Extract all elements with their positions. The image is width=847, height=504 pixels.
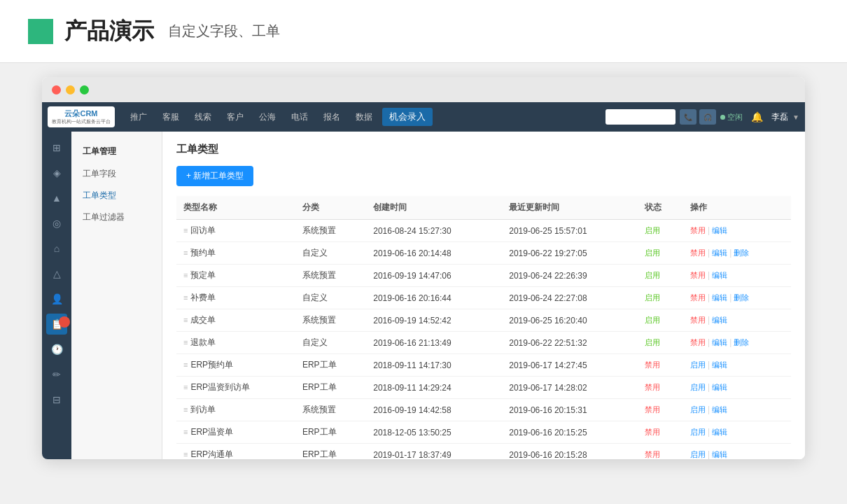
cell-actions: 禁用|编辑 [683, 309, 791, 332]
action-启用[interactable]: 启用 [690, 360, 706, 369]
action-编辑[interactable]: 编辑 [712, 293, 727, 302]
nav-item-dianhua[interactable]: 电话 [286, 108, 314, 126]
action-编辑[interactable]: 编辑 [712, 383, 727, 391]
sidebar-building-icon[interactable]: ⌂ [46, 238, 67, 259]
cell-created: 2016-08-24 15:27:30 [366, 220, 502, 242]
bell-icon[interactable]: 🔔 [751, 111, 763, 122]
close-dot[interactable] [52, 85, 61, 94]
action-启用[interactable]: 启用 [690, 450, 706, 458]
row-name: 退款单 [190, 337, 216, 347]
action-禁用[interactable]: 禁用 [690, 271, 706, 279]
action-编辑[interactable]: 编辑 [712, 360, 727, 369]
table-row: ≡成交单系统预置2016-09-19 14:52:422019-06-25 16… [176, 309, 791, 332]
nav-item-kehu[interactable]: 客户 [221, 108, 249, 126]
action-编辑[interactable]: 编辑 [712, 226, 727, 234]
drag-icon: ≡ [183, 248, 188, 257]
action-编辑[interactable]: 编辑 [712, 405, 727, 414]
action-删除[interactable]: 删除 [734, 338, 749, 346]
drag-icon: ≡ [183, 271, 188, 279]
left-menu-section-title: 工单管理 [71, 140, 162, 163]
action-编辑[interactable]: 编辑 [712, 450, 727, 458]
cell-actions: 禁用|编辑|删除 [683, 242, 791, 265]
action-启用[interactable]: 启用 [690, 383, 706, 391]
nav-phone-icon[interactable]: 📞 [680, 109, 696, 125]
action-禁用[interactable]: 禁用 [690, 338, 706, 346]
cell-created: 2018-09-11 14:17:30 [366, 354, 502, 377]
maximize-dot[interactable] [80, 85, 89, 94]
nav-search-input[interactable] [606, 109, 676, 125]
table-row: ≡到访单系统预置2016-09-19 14:42:582019-06-16 20… [176, 399, 791, 421]
action-禁用[interactable]: 禁用 [690, 226, 706, 234]
cell-created: 2018-09-11 14:29:24 [366, 377, 502, 399]
action-编辑[interactable]: 编辑 [712, 428, 727, 436]
cell-name: ≡ERP预约单 [176, 354, 295, 377]
cell-status: 禁用 [638, 377, 683, 399]
sidebar-tag-icon[interactable]: ✏ [46, 364, 67, 385]
table-row: ≡ERP沟通单ERP工单2019-01-17 18:37:492019-06-1… [176, 444, 791, 460]
action-separator: | [708, 270, 710, 280]
left-menu-item-workorder-field[interactable]: 工单字段 [71, 163, 162, 185]
cell-actions: 启用|编辑 [683, 377, 791, 399]
add-type-button[interactable]: + 新增工单类型 [176, 166, 253, 186]
col-header-actions: 操作 [683, 196, 791, 220]
cell-name: ≡ERP温资到访单 [176, 377, 295, 399]
left-menu-item-workorder-type[interactable]: 工单类型 [71, 185, 162, 206]
drag-icon: ≡ [183, 428, 188, 436]
cell-name: ≡预定单 [176, 265, 295, 287]
table-row: ≡ERP预约单ERP工单2018-09-11 14:17:302019-06-1… [176, 354, 791, 377]
sidebar-folder-icon[interactable]: ⊟ [46, 389, 67, 410]
sidebar-alert-icon[interactable]: △ [46, 263, 67, 284]
cell-created: 2019-06-16 21:13:49 [366, 332, 502, 354]
sidebar-shield-icon[interactable]: ◈ [46, 162, 67, 183]
action-编辑[interactable]: 编辑 [712, 248, 727, 257]
chevron-down-icon[interactable]: ▼ [792, 113, 799, 121]
action-编辑[interactable]: 编辑 [712, 338, 727, 346]
nav-item-shuju[interactable]: 数据 [350, 108, 378, 126]
nav-item-gonghai[interactable]: 公海 [253, 108, 281, 126]
drag-icon: ≡ [183, 226, 188, 234]
status-dot [720, 115, 725, 120]
action-删除[interactable]: 删除 [734, 293, 749, 302]
cell-actions: 启用|编辑 [683, 399, 791, 421]
action-编辑[interactable]: 编辑 [712, 271, 727, 279]
nav-headset-icon[interactable]: 🎧 [699, 109, 716, 125]
action-禁用[interactable]: 禁用 [690, 293, 706, 302]
nav-item-kefu[interactable]: 客服 [157, 108, 185, 126]
status-badge: 禁用 [645, 450, 660, 458]
crm-body: ⊞ ◈ ▲ ◎ ⌂ △ 👤 📋 🕐 ✏ ⊟ [42, 132, 805, 459]
cell-name: ≡成交单 [176, 309, 295, 332]
action-启用[interactable]: 启用 [690, 405, 706, 414]
action-禁用[interactable]: 禁用 [690, 316, 706, 324]
sidebar-location-icon[interactable]: ◎ [46, 213, 67, 234]
nav-user[interactable]: 李磊 [771, 111, 788, 123]
action-禁用[interactable]: 禁用 [690, 248, 706, 257]
minimize-dot[interactable] [66, 85, 75, 94]
banner-logo-box [28, 19, 53, 44]
cell-status: 启用 [638, 287, 683, 309]
table-row: ≡预定单系统预置2016-09-19 14:47:062019-06-24 22… [176, 265, 791, 287]
action-启用[interactable]: 启用 [690, 428, 706, 436]
nav-item-baoming[interactable]: 报名 [318, 108, 346, 126]
nav-item-xiansu[interactable]: 线索 [189, 108, 217, 126]
status-badge: 禁用 [645, 405, 660, 414]
table-row: ≡ERP温资单ERP工单2018-12-05 13:50:252019-06-1… [176, 421, 791, 444]
action-删除[interactable]: 删除 [734, 248, 749, 257]
cell-name: ≡到访单 [176, 399, 295, 421]
action-编辑[interactable]: 编辑 [712, 316, 727, 324]
action-separator: | [708, 382, 710, 392]
left-menu-item-workorder-filter[interactable]: 工单过滤器 [71, 206, 162, 228]
action-separator: | [708, 449, 710, 459]
sidebar-home-icon[interactable]: ⊞ [46, 137, 67, 158]
sidebar-chart-icon[interactable]: ▲ [46, 188, 67, 209]
nav-status: 空闲 [720, 112, 743, 122]
cell-actions: 禁用|编辑|删除 [683, 332, 791, 354]
status-badge: 启用 [645, 338, 660, 346]
nav-item-tuiguang[interactable]: 推广 [125, 108, 153, 126]
cell-name: ≡预约单 [176, 242, 295, 265]
nav-item-active[interactable]: 机会录入 [382, 108, 433, 126]
cell-category: ERP工单 [295, 354, 366, 377]
action-separator: | [708, 405, 710, 414]
sidebar-user-icon[interactable]: 👤 [46, 288, 67, 309]
nav-logo-tagline: 教育机构一站式服务云平台 [52, 119, 111, 125]
sidebar-clock-icon[interactable]: 🕐 [46, 339, 67, 360]
